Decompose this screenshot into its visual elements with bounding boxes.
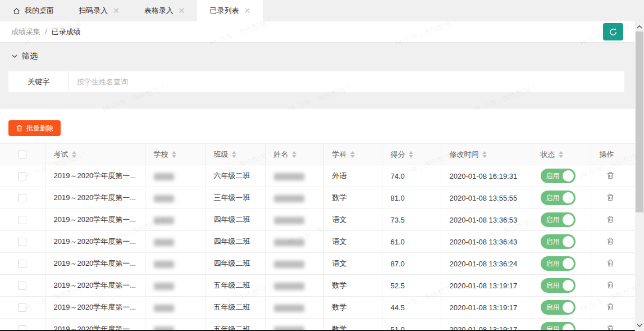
redacted-school [154,217,174,224]
cell-select [0,165,45,187]
cell-action [591,209,635,231]
status-toggle-label: 启用 [546,171,560,181]
redacted-school [154,239,174,246]
header-cell-subject: 学科 [323,144,382,165]
row-checkbox[interactable] [18,238,26,246]
table-row: 2019～2020学年度第一... 四年级二班 语文 61.0 2020-01-… [0,231,635,253]
cell-exam: 2019～2020学年度第一... [45,319,145,331]
refresh-button[interactable] [603,23,623,40]
close-icon[interactable]: ✕ [113,7,120,15]
row-checkbox[interactable] [18,194,26,202]
cell-modified: 2020-01-08 13:36:43 [441,231,532,253]
status-toggle-label: 启用 [546,303,560,312]
status-toggle[interactable]: 启用 [541,256,576,271]
cell-class: 四年级二班 [205,253,265,275]
cell-name [265,275,323,297]
cell-class: 五年级二班 [205,319,265,331]
sort-icon[interactable] [72,151,76,158]
sort-icon[interactable] [409,151,413,158]
cell-name [265,231,323,253]
sort-icon[interactable] [172,151,176,158]
cell-modified: 2020-01-08 13:19:17 [441,297,532,319]
status-toggle-label: 启用 [546,215,560,225]
breadcrumb-bar: 成绩采集 / 已录成绩 [0,21,635,43]
sort-icon[interactable] [292,151,296,158]
status-toggle-label: 启用 [546,259,560,269]
tab-recorded-list[interactable]: 已录列表 ✕ [197,0,263,21]
select-all-checkbox[interactable] [18,151,26,159]
delete-row-button[interactable] [605,280,615,292]
cell-subject: 数学 [323,319,382,331]
sort-icon[interactable] [482,151,487,158]
cell-select [0,319,45,331]
filter-collapse-toggle[interactable]: 筛选 [0,50,635,62]
cell-name [265,165,323,187]
status-toggle[interactable]: 启用 [541,169,576,183]
cell-score: 74.0 [382,165,441,187]
cell-status: 启用 [532,209,591,231]
cell-action [591,253,635,275]
row-checkbox[interactable] [18,216,26,224]
delete-row-button[interactable] [605,170,615,182]
batch-delete-button[interactable]: 批量删除 [8,120,61,136]
cell-score: 87.0 [382,253,441,275]
redacted-name [274,283,304,290]
breadcrumb-current: 已录成绩 [52,27,81,37]
breadcrumb-separator: / [45,28,47,36]
row-checkbox[interactable] [18,303,26,312]
tab-form-entry[interactable]: 表格录入 ✕ [132,0,198,21]
tab-label: 扫码录入 [79,6,108,16]
cell-action [591,231,635,253]
tab-scan-entry[interactable]: 扫码录入 ✕ [66,0,132,21]
cell-school [145,297,205,319]
cell-class: 五年级二班 [205,275,265,297]
status-toggle[interactable]: 启用 [541,212,576,227]
filter-title: 筛选 [22,51,38,61]
redacted-school [154,173,174,180]
close-icon[interactable]: ✕ [179,7,185,15]
filter-panel: 筛选 关键字 [0,43,635,108]
delete-row-button[interactable] [605,302,615,314]
scroll-down-arrow-icon[interactable] [635,321,644,330]
cell-class: 四年级二班 [205,209,265,231]
trash-icon [16,124,23,132]
cell-subject: 语文 [323,231,382,253]
cell-school [145,165,205,187]
delete-row-button[interactable] [605,214,615,226]
tab-my-desktop[interactable]: 我的桌面 [0,0,66,21]
row-checkbox[interactable] [18,172,26,180]
status-toggle[interactable]: 启用 [541,300,576,315]
cell-subject: 数学 [323,297,382,319]
trash-icon [606,215,614,225]
redacted-name [274,305,304,312]
toggle-knob [563,192,574,203]
cell-class: 五年级二班 [205,297,265,319]
scroll-up-arrow-icon[interactable] [635,22,644,31]
breadcrumb-parent[interactable]: 成绩采集 [11,27,40,37]
cell-status: 启用 [532,319,591,331]
cell-class: 六年级二班 [205,165,265,187]
cell-subject: 外语 [323,165,382,187]
sort-icon[interactable] [232,151,236,158]
cell-name [265,209,323,231]
close-icon[interactable]: ✕ [244,7,250,15]
row-checkbox[interactable] [18,260,26,268]
vertical-scrollbar[interactable] [635,21,644,331]
sort-icon[interactable] [559,151,563,158]
sort-icon[interactable] [350,151,355,158]
keyword-input[interactable] [69,71,624,92]
delete-row-button[interactable] [605,236,615,248]
cell-subject: 语文 [323,253,382,275]
redacted-name [274,195,304,202]
cell-modified: 2020-01-08 13:19:17 [441,275,532,297]
delete-row-button[interactable] [605,258,615,270]
row-checkbox[interactable] [18,282,26,290]
cell-status: 启用 [532,297,591,319]
cell-status: 启用 [532,231,591,253]
status-toggle[interactable]: 启用 [541,191,576,205]
status-toggle[interactable]: 启用 [541,278,576,293]
delete-row-button[interactable] [605,192,615,204]
status-toggle[interactable]: 启用 [541,234,576,249]
scrollbar-thumb[interactable] [636,31,643,212]
cell-status: 启用 [532,275,591,297]
